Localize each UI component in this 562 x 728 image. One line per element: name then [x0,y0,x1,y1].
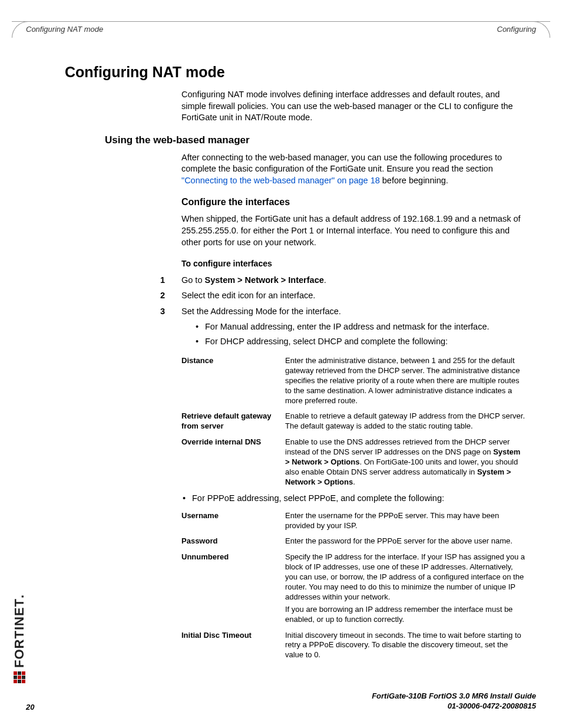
param-label: Unnumbered [181,552,285,624]
subsection-heading: Configure the interfaces [181,197,527,207]
procedure-title: To configure interfaces [181,259,527,268]
text: Go to [181,275,205,285]
table-row: Password Enter the password for the PPPo… [181,536,527,546]
doc-title: FortiGate-310B FortiOS 3.0 MR6 Install G… [26,691,536,701]
page-title: Configuring NAT mode [65,64,527,81]
step-text: Go to System > Network > Interface. [181,274,527,286]
table-row: Unnumbered Specify the IP address for th… [181,552,527,624]
list-item: For DHCP addressing, select DHCP and com… [196,335,527,348]
param-description: Initial discovery timeout in seconds. Th… [285,631,527,661]
step-item: 3 Set the Addressing Mode for the interf… [65,305,527,317]
header-left: Configuring NAT mode [26,25,103,34]
table-row: Retrieve default gateway from server Ena… [181,411,527,431]
param-label: Password [181,536,285,546]
text: Specify the IP address for the interface… [285,552,527,602]
param-label: Retrieve default gateway from server [181,411,285,431]
header-right: Configuring [497,25,537,34]
param-label: Override internal DNS [181,437,285,487]
param-description: Enable to retrieve a default gateway IP … [285,411,527,431]
nav-path: System > Network > Interface [205,275,324,285]
table-row: Distance Enter the administrative distan… [181,356,527,406]
text: After connecting to the web-based manage… [181,153,502,174]
doc-id: 01-30006-0472-20080815 [26,701,536,711]
text: . [324,275,326,285]
param-description: Enable to use the DNS addresses retrieve… [285,437,527,487]
param-label: Distance [181,356,285,406]
step-item: 1 Go to System > Network > Interface. [65,274,527,286]
fortinet-icon [14,671,25,683]
intro-paragraph: Configuring NAT mode involves defining i… [181,89,527,124]
logo-text: FORTINET [12,598,27,668]
section-heading: Using the web-based manager [105,134,527,146]
param-description: Enter the username for the PPPoE server.… [285,511,527,531]
param-description: Specify the IP address for the interface… [285,552,527,624]
text: before beginning. [380,176,448,185]
step-number: 1 [65,274,181,286]
param-description: Enter the administrative distance, betwe… [285,356,527,406]
text: Enable to use the DNS addresses retrieve… [285,437,510,456]
param-label: Username [181,511,285,531]
fortinet-logo: FORTINET. [12,594,27,683]
body-paragraph: When shipped, the FortiGate unit has a d… [181,213,527,248]
text: If you are borrowing an IP address remem… [285,605,527,625]
table-row: Override internal DNS Enable to use the … [181,437,527,487]
dhcp-parameter-table: Distance Enter the administrative distan… [181,356,527,487]
step-text: Select the edit icon for an interface. [181,289,527,301]
step-text: Set the Addressing Mode for the interfac… [181,305,527,317]
page-number: 20 [26,703,34,711]
running-header: Configuring NAT mode Configuring [26,25,536,34]
footer-info: FortiGate-310B FortiOS 3.0 MR6 Install G… [26,691,536,711]
list-item: For Manual addressing, enter the IP addr… [196,321,527,333]
cross-reference-link[interactable]: "Connecting to the web-based manager" on… [181,176,380,185]
table-row: Username Enter the username for the PPPo… [181,511,527,531]
table-row: Initial Disc Timeout Initial discovery t… [181,631,527,661]
step-item: 2 Select the edit icon for an interface. [65,289,527,301]
pppoe-parameter-table: Username Enter the username for the PPPo… [181,511,527,661]
text: . [353,477,355,486]
sub-bullet-list: For Manual addressing, enter the IP addr… [196,321,527,348]
body-paragraph: After connecting to the web-based manage… [181,152,527,187]
param-label: Initial Disc Timeout [181,631,285,661]
page-footer: 20 FortiGate-310B FortiOS 3.0 MR6 Instal… [26,691,536,711]
step-number: 3 [65,305,181,317]
list-item: For PPPoE addressing, select PPPoE, and … [181,493,527,503]
param-description: Enter the password for the PPPoE server … [285,536,527,546]
step-number: 2 [65,289,181,301]
logo-dot: . [12,594,27,598]
page-content: Configuring NAT mode Configuring NAT mod… [65,64,527,666]
